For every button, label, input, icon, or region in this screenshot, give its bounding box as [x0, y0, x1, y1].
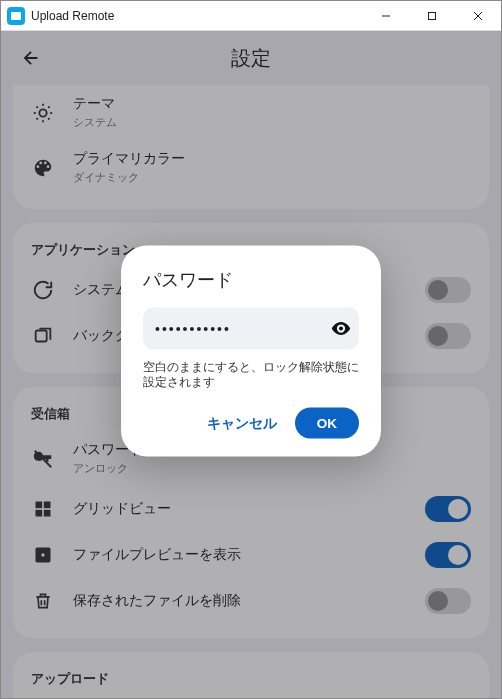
content-area: 設定 テーマ システム プライ	[1, 31, 501, 698]
window-titlebar: Upload Remote	[1, 1, 501, 31]
window-title: Upload Remote	[31, 9, 114, 23]
window-minimize-button[interactable]	[363, 1, 409, 31]
window-maximize-button[interactable]	[409, 1, 455, 31]
eye-icon[interactable]	[330, 317, 352, 341]
window: Upload Remote 設定	[0, 0, 502, 699]
password-dialog: パスワード 空白のままにすると、ロック解除状態に設定されます キャンセル OK	[121, 246, 381, 457]
password-input[interactable]	[155, 321, 330, 337]
dialog-actions: キャンセル OK	[143, 408, 359, 439]
dialog-title: パスワード	[143, 268, 359, 292]
svg-point-13	[339, 327, 343, 331]
cancel-button[interactable]: キャンセル	[207, 414, 277, 432]
window-close-button[interactable]	[455, 1, 501, 31]
svg-rect-1	[429, 12, 436, 19]
dialog-hint: 空白のままにすると、ロック解除状態に設定されます	[143, 360, 359, 390]
app-icon	[7, 7, 25, 25]
ok-button[interactable]: OK	[295, 408, 359, 439]
password-field[interactable]	[143, 308, 359, 350]
